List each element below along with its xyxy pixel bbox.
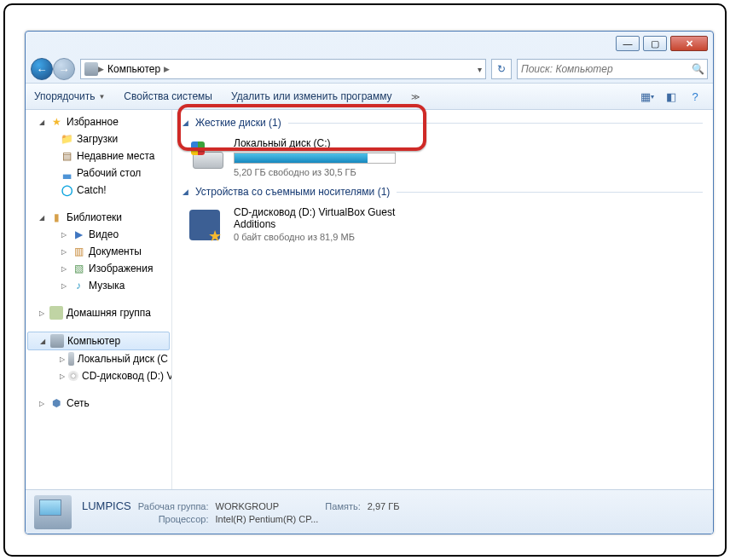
view-options-button[interactable]: ▦▾ (638, 87, 657, 106)
breadcrumb-segment[interactable]: Компьютер (104, 63, 164, 75)
navbar: ← → ▶ Компьютер ▶ ▾ ↻ 🔍 (26, 55, 713, 83)
expand-icon[interactable]: ▷ (60, 231, 68, 239)
sidebar-favorites[interactable]: ◢ ★ Избранное (26, 113, 171, 130)
properties-label: Свойства системы (124, 90, 212, 102)
sidebar-homegroup[interactable]: ▷ Домашняя группа (26, 304, 171, 321)
recent-icon: ▤ (60, 149, 73, 163)
expand-icon[interactable]: ▷ (60, 372, 65, 380)
maximize-button[interactable]: ▢ (643, 36, 667, 51)
sidebar-recent[interactable]: ▤ Недавние места (26, 147, 171, 165)
collapse-icon[interactable]: ◢ (182, 118, 188, 127)
sidebar-item-label: Музыка (89, 280, 125, 292)
sidebar-pictures[interactable]: ▷ ▧ Изображения (26, 260, 171, 277)
status-workgroup-value: WORKGROUP (216, 501, 319, 511)
group-header-label: Жесткие диски (1) (195, 117, 281, 129)
group-header-hard-disks[interactable]: ◢ Жесткие диски (1) (182, 113, 703, 132)
main-pane: ◢ Жесткие диски (1) Локальный диск (C:) … (172, 110, 713, 489)
drive-item-c[interactable]: Локальный диск (C:) 5,20 ГБ свободно из … (182, 132, 703, 182)
help-button[interactable]: ? (686, 87, 704, 106)
collapse-icon[interactable]: ◢ (38, 118, 46, 126)
dropdown-icon[interactable]: ▾ (478, 65, 482, 74)
search-input[interactable] (518, 63, 688, 75)
group-header-removable[interactable]: ◢ Устройства со съемными носителями (1) (182, 182, 703, 201)
star-icon: ★ (49, 115, 63, 129)
sidebar-item-label: Недавние места (77, 150, 154, 162)
forward-button[interactable]: → (53, 58, 75, 80)
back-button[interactable]: ← (31, 58, 53, 80)
sidebar-item-label: Библиотеки (67, 211, 122, 223)
document-icon: ▥ (72, 245, 85, 258)
sidebar-item-label: Видео (89, 228, 119, 240)
system-properties-button[interactable]: Свойства системы (124, 90, 212, 102)
uninstall-program-button[interactable]: Удалить или изменить программу (231, 90, 392, 102)
expand-icon[interactable]: ▷ (60, 248, 68, 256)
organize-menu[interactable]: Упорядочить ▼ (34, 90, 105, 102)
library-icon: ▮ (49, 211, 63, 224)
divider (288, 123, 703, 124)
organize-label: Упорядочить (34, 90, 95, 102)
music-icon: ♪ (72, 279, 85, 292)
drive-item-d[interactable]: CD-дисковод (D:) VirtualBox Guest Additi… (182, 201, 703, 247)
sidebar-item-label: Локальный диск (C (78, 353, 168, 365)
sidebar-music[interactable]: ▷ ♪ Музыка (26, 277, 171, 294)
sidebar-videos[interactable]: ▷ ▶ Видео (26, 226, 171, 243)
sidebar-catch[interactable]: ◯ Catch! (26, 182, 171, 199)
status-cpu-label: Процессор: (138, 514, 209, 524)
sidebar-item-label: Рабочий стол (77, 167, 141, 179)
cd-drive-icon (189, 206, 225, 242)
computer-icon (50, 334, 64, 348)
chevron-right-icon: ▶ (98, 65, 104, 73)
collapse-icon[interactable]: ◢ (182, 188, 188, 196)
expand-icon[interactable]: ▷ (60, 265, 68, 273)
drive-free-text: 5,20 ГБ свободно из 30,5 ГБ (234, 167, 396, 177)
search-icon: 🔍 (688, 63, 707, 75)
catch-icon: ◯ (60, 183, 73, 197)
sidebar-item-label: Catch! (77, 184, 107, 196)
uninstall-label: Удалить или изменить программу (231, 90, 392, 102)
address-bar[interactable]: ▶ Компьютер ▶ ▾ (80, 59, 486, 79)
sidebar-network[interactable]: ▷ ⬢ Сеть (26, 395, 171, 412)
sidebar-local-disk[interactable]: ▷ Локальный диск (C (26, 350, 171, 367)
computer-large-icon (34, 495, 72, 529)
computer-icon (84, 62, 98, 76)
sidebar-documents[interactable]: ▷ ▥ Документы (26, 243, 171, 260)
expand-icon[interactable]: ▷ (60, 282, 68, 290)
group-header-label: Устройства со съемными носителями (1) (195, 186, 390, 198)
sidebar-item-label: Загрузки (77, 133, 118, 145)
usage-bar (234, 153, 396, 164)
cd-icon (68, 369, 78, 383)
preview-pane-button[interactable]: ◧ (662, 87, 681, 106)
drive-name: CD-дисковод (D:) VirtualBox Guest Additi… (234, 206, 404, 230)
sidebar-item-label: Компьютер (67, 335, 120, 347)
titlebar: — ▢ ✕ (26, 32, 713, 55)
drive-icon (68, 352, 74, 366)
status-cpu-value: Intel(R) Pentium(R) CP... (216, 514, 319, 524)
expand-icon[interactable]: ▷ (60, 355, 65, 363)
sidebar-libraries[interactable]: ◢ ▮ Библиотеки (26, 209, 171, 226)
drive-name: Локальный диск (C:) (234, 137, 396, 149)
close-button[interactable]: ✕ (670, 36, 708, 51)
sidebar-cd-drive[interactable]: ▷ CD-дисковод (D:) Vi (26, 367, 171, 384)
status-workgroup-label: Рабочая группа: (138, 501, 209, 511)
sidebar: ◢ ★ Избранное 📁 Загрузки ▤ Недавние мест… (26, 110, 172, 489)
toolbar: Упорядочить ▼ Свойства системы Удалить и… (26, 83, 713, 110)
sidebar-computer[interactable]: ◢ Компьютер (27, 332, 170, 350)
sidebar-desktop[interactable]: ▃ Рабочий стол (26, 165, 171, 182)
collapse-icon[interactable]: ◢ (38, 214, 46, 222)
minimize-button[interactable]: — (616, 36, 640, 51)
search-box[interactable]: 🔍 (517, 59, 708, 79)
toolbar-overflow[interactable]: ≫ (411, 92, 420, 101)
status-computer-name: LUMPICS (82, 499, 131, 512)
sidebar-downloads[interactable]: 📁 Загрузки (26, 130, 171, 147)
expand-icon[interactable]: ▷ (38, 309, 46, 317)
sidebar-item-label: CD-дисковод (D:) Vi (82, 370, 172, 382)
expand-icon[interactable]: ▷ (38, 400, 46, 407)
drive-icon (189, 141, 225, 169)
folder-icon: 📁 (60, 132, 73, 146)
video-icon: ▶ (72, 228, 85, 241)
chevron-down-icon: ▼ (98, 93, 105, 101)
status-memory-value: 2,97 ГБ (368, 501, 400, 511)
collapse-icon[interactable]: ◢ (38, 338, 47, 345)
sidebar-item-label: Сеть (67, 397, 90, 409)
refresh-button[interactable]: ↻ (491, 59, 512, 79)
